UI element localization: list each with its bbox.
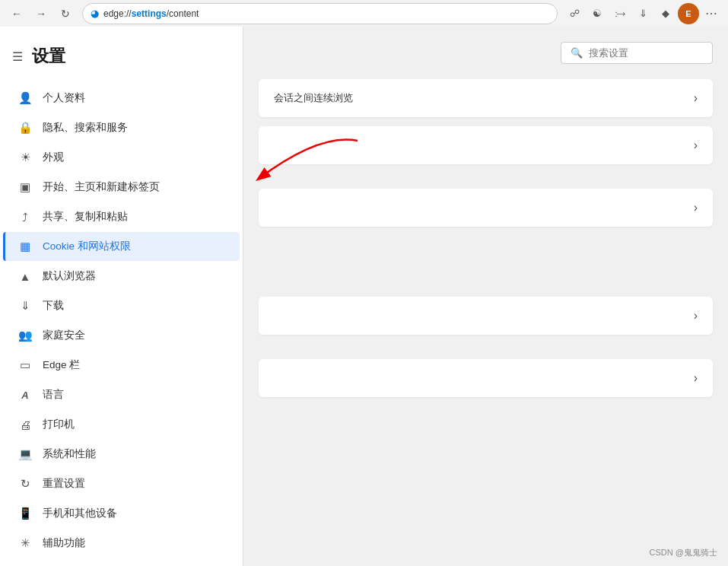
card-arrow-3: ›: [694, 201, 698, 215]
sidebar-item-mobile[interactable]: 📱 手机和其他设备: [3, 499, 240, 528]
sidebar-label-share: 共享、复制和粘贴: [43, 210, 227, 224]
title-bar: ← → ↻ ◕ edge://settings/content ☍ ☯ ⧴ ⇓ …: [0, 0, 728, 27]
edgebar-icon: ▭: [18, 358, 32, 372]
spacer-3: [259, 344, 713, 359]
favorites-icon[interactable]: ☯: [587, 3, 608, 24]
sidebar-label-profile: 个人资料: [43, 91, 227, 105]
printer-icon: 🖨: [18, 418, 32, 431]
sidebar-item-edgebar[interactable]: ▭ Edge 栏: [3, 351, 240, 380]
search-icon: 🔍: [571, 47, 583, 59]
sidebar-header: ☰ 设置: [0, 33, 243, 83]
profile-avatar[interactable]: E: [678, 3, 699, 24]
system-icon: 💻: [18, 447, 32, 461]
spacer-2: [259, 236, 713, 297]
back-button[interactable]: ←: [6, 3, 27, 24]
content-card-2[interactable]: ›: [259, 126, 713, 164]
sidebar-label-reset: 重置设置: [43, 477, 227, 491]
forward-button[interactable]: →: [30, 3, 52, 24]
card-arrow-5: ›: [694, 371, 698, 385]
sidebar-label-download: 下载: [43, 299, 227, 313]
toolbar-icons: ☍ ☯ ⧴ ⇓ ◆ E ⋯: [564, 3, 722, 24]
card-arrow-4: ›: [694, 309, 698, 323]
url-display: edge://settings/content: [103, 8, 199, 19]
card-arrow-1: ›: [694, 91, 698, 105]
sidebar-item-profile[interactable]: 👤 个人资料: [3, 84, 240, 113]
address-bar[interactable]: ◕ edge://settings/content: [82, 3, 558, 24]
content-card-3[interactable]: ›: [259, 189, 713, 227]
sidebar-item-family[interactable]: 👥 家庭安全: [3, 321, 240, 350]
sidebar-item-printer[interactable]: 🖨 打印机: [3, 410, 240, 439]
sidebar-label-system: 系统和性能: [43, 447, 227, 461]
sidebar-label-accessibility: 辅助功能: [43, 536, 227, 550]
content-card-4[interactable]: ›: [259, 297, 713, 335]
watermark: CSDN @鬼鬼骑士: [650, 547, 717, 558]
cookies-icon: ▦: [18, 240, 32, 253]
sidebar-item-share[interactable]: ⤴ 共享、复制和粘贴: [3, 202, 240, 231]
content-card-5[interactable]: ›: [259, 359, 713, 397]
sidebar-label-default: 默认浏览器: [43, 269, 227, 283]
reset-icon: ↻: [18, 477, 32, 491]
default-browser-icon: ▲: [18, 269, 32, 283]
refresh-button[interactable]: ↻: [55, 3, 76, 24]
sidebar-label-appearance: 外观: [43, 151, 227, 164]
appearance-icon: ☀: [18, 151, 32, 164]
sidebar-item-default-browser[interactable]: ▲ 默认浏览器: [3, 262, 240, 291]
sidebar-item-accessibility[interactable]: ✳ 辅助功能: [3, 529, 240, 558]
sidebar-item-cookies[interactable]: ▦ Cookie 和网站权限: [3, 232, 240, 261]
collections-icon[interactable]: ☍: [564, 3, 585, 24]
profile-icon: 👤: [18, 91, 32, 105]
sidebar-label-mobile: 手机和其他设备: [43, 507, 227, 520]
spacer-1: [259, 173, 713, 189]
more-menu-button[interactable]: ⋯: [701, 3, 722, 24]
sidebar-item-newtab[interactable]: ▣ 开始、主页和新建标签页: [3, 173, 240, 202]
sidebar: ☰ 设置 👤 个人资料 🔒 隐私、搜索和服务 ☀ 外观 ▣ 开始、主页和新建标签…: [0, 27, 243, 566]
sidebar-title: 设置: [32, 45, 65, 68]
search-input[interactable]: [589, 47, 703, 59]
download-icon: ⇓: [18, 299, 32, 313]
extensions-icon[interactable]: ◆: [655, 3, 676, 24]
search-container: 🔍: [259, 42, 713, 64]
mobile-icon: 📱: [18, 507, 32, 520]
edge-logo-icon: ◕: [91, 8, 99, 19]
hamburger-icon[interactable]: ☰: [12, 49, 23, 64]
language-icon: A: [18, 388, 32, 402]
sidebar-item-download[interactable]: ⇓ 下载: [3, 291, 240, 320]
sidebar-item-language[interactable]: A 语言: [3, 380, 240, 409]
browser-chrome: ← → ↻ ◕ edge://settings/content ☍ ☯ ⧴ ⇓ …: [0, 0, 728, 566]
content-card-1[interactable]: 会话之间连续浏览 ›: [259, 79, 713, 117]
search-box[interactable]: 🔍: [561, 42, 713, 64]
privacy-icon: 🔒: [18, 121, 32, 135]
downloads-icon[interactable]: ⇓: [632, 3, 653, 24]
card-text-1: 会话之间连续浏览: [274, 91, 353, 105]
newtab-icon: ▣: [18, 180, 32, 194]
family-icon: 👥: [18, 329, 32, 342]
sidebar-label-privacy: 隐私、搜索和服务: [43, 121, 227, 135]
sidebar-label-language: 语言: [43, 388, 227, 402]
main-area: ☰ 设置 👤 个人资料 🔒 隐私、搜索和服务 ☀ 外观 ▣ 开始、主页和新建标签…: [0, 27, 728, 566]
sidebar-item-appearance[interactable]: ☀ 外观: [3, 143, 240, 172]
sidebar-label-cookies: Cookie 和网站权限: [43, 240, 227, 253]
sidebar-item-about[interactable]: ◕ 关于 Microsoft Edge: [3, 558, 240, 566]
sidebar-label-edgebar: Edge 栏: [43, 358, 227, 372]
sidebar-label-newtab: 开始、主页和新建标签页: [43, 180, 227, 194]
share-icon: ⤴: [18, 210, 32, 224]
content-area: 🔍 会话之间连续浏览 › › › ›: [243, 27, 728, 566]
card-arrow-2: ›: [694, 138, 698, 152]
sidebar-label-family: 家庭安全: [43, 329, 227, 342]
sidebar-label-printer: 打印机: [43, 418, 227, 431]
sidebar-item-system[interactable]: 💻 系统和性能: [3, 440, 240, 469]
sidebar-item-reset[interactable]: ↻ 重置设置: [3, 469, 240, 498]
history-icon[interactable]: ⧴: [609, 3, 631, 24]
sidebar-item-privacy[interactable]: 🔒 隐私、搜索和服务: [3, 113, 240, 142]
accessibility-icon: ✳: [18, 536, 32, 550]
